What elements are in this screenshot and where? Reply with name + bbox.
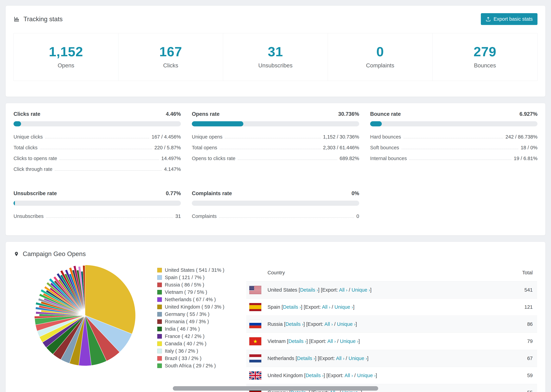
ru-flag-icon — [249, 320, 268, 328]
legend-label: United Kingdom ( 59 / 3% ) — [165, 304, 224, 310]
rate-row-label: Opens to clicks rate — [192, 156, 235, 161]
flag-cell — [249, 337, 268, 345]
dotted-leader — [40, 149, 152, 149]
export-icon — [486, 17, 491, 22]
progress-fill — [192, 121, 243, 126]
total-cell: 541 — [495, 287, 533, 293]
flag-cell — [249, 371, 268, 379]
dotted-leader — [219, 217, 354, 218]
export-all-link[interactable]: All › — [325, 321, 333, 327]
country-cell: Spain [Details ›] [Export: All › / Uniqu… — [268, 304, 495, 310]
progress-fill — [14, 121, 21, 126]
dotted-leader — [60, 160, 159, 160]
location-pin-icon — [14, 251, 19, 257]
export-unique-link[interactable]: Unique › — [337, 321, 356, 327]
export-unique-link[interactable]: Unique › — [357, 373, 376, 378]
legend-label: India ( 46 / 3% ) — [165, 326, 200, 332]
rate-row: Total clicks 220 / 5.87% — [14, 142, 181, 153]
total-cell: 55 — [495, 390, 533, 392]
rate-row: Unsubscribes 31 — [14, 211, 181, 222]
flag-cell — [249, 354, 268, 362]
chevron-right-icon: › — [346, 287, 347, 293]
dotted-leader — [46, 217, 173, 218]
legend-label: Spain ( 121 / 7% ) — [165, 275, 205, 280]
tracking-stats-title-row: Tracking stats — [14, 15, 63, 23]
export-basic-stats-button[interactable]: Export basic stats — [481, 13, 537, 25]
export-unique-link[interactable]: Unique › — [340, 338, 359, 344]
legend-item-france: France ( 42 / 2% ) — [157, 333, 224, 340]
opens-label: Opens — [14, 62, 118, 69]
progress-fill — [370, 121, 382, 126]
complaints-label: Complaints — [328, 62, 432, 69]
flag-cell — [249, 320, 268, 328]
unsubscribes-label: Unsubscribes — [223, 62, 328, 69]
rate-row: Opens to clicks rate 689.82% — [192, 153, 359, 164]
legend-swatch — [157, 319, 162, 324]
vn-flag-icon — [249, 337, 268, 345]
details-link[interactable]: Details › — [297, 356, 315, 361]
legend-label: Romania ( 49 / 3% ) — [165, 319, 209, 324]
total-header: Total — [495, 270, 533, 275]
rate-row-value: 31 — [175, 213, 181, 219]
details-link[interactable]: Details › — [283, 304, 301, 310]
legend-item-united-kingdom: United Kingdom ( 59 / 3% ) — [157, 303, 224, 311]
total-cell: 59 — [495, 373, 533, 378]
legend-item-romania: Romania ( 49 / 3% ) — [157, 318, 224, 325]
stat-box-bounces: 279 Bounces — [433, 33, 537, 81]
es-flag-icon — [249, 303, 268, 311]
country-cell: Netherlands [Details ›] [Export: All › /… — [268, 356, 495, 361]
progress-track — [192, 201, 359, 206]
chevron-right-icon: › — [317, 287, 318, 293]
chevron-right-icon: › — [313, 356, 315, 361]
rate-percentage: 6.927% — [520, 111, 537, 117]
export-all-link[interactable]: All › — [322, 304, 330, 310]
rate-row: Hard bounces 242 / 86.738% — [370, 132, 537, 142]
details-link[interactable]: Details › — [306, 373, 324, 378]
progress-track — [14, 201, 181, 206]
total-cell: 121 — [495, 304, 533, 310]
export-unique-link[interactable]: Unique › — [349, 356, 367, 361]
tracking-stats-header: Tracking stats Export basic stats — [14, 13, 537, 25]
legend-item-russia: Russia ( 86 / 5% ) — [157, 281, 224, 288]
rate-title: Unsubscribe rate — [14, 190, 57, 196]
geo-content: United States ( 541 / 31% ) Spain ( 121 … — [14, 264, 537, 392]
country-name: Russia — [268, 321, 283, 327]
details-link[interactable]: Details › — [300, 287, 318, 293]
rate-row: Total opens 2,303 / 61.446% — [192, 142, 359, 153]
total-cell: 67 — [495, 356, 533, 361]
export-unique-link[interactable]: Unique › — [335, 304, 353, 310]
country-name: Vietnam — [268, 338, 286, 344]
rate-row-label: Soft bounces — [370, 145, 399, 151]
rate-row-label: Click through rate — [14, 166, 52, 172]
legend-label: Canada ( 40 / 2% ) — [165, 341, 206, 347]
legend-swatch — [157, 349, 162, 353]
details-link[interactable]: Details › — [288, 338, 306, 344]
legend-item-canada: Canada ( 40 / 2% ) — [157, 340, 224, 347]
country-name: Spain — [268, 304, 280, 310]
rate-percentage: 4.46% — [166, 111, 181, 117]
dotted-leader — [238, 160, 337, 160]
legend-label: Germany ( 55 / 3% ) — [165, 311, 209, 317]
geo-table-row-russia: Russia [Details ›] [Export: All › / Uniq… — [246, 316, 537, 333]
export-unique-link[interactable]: Unique › — [352, 287, 370, 293]
rate-title: Bounce rate — [370, 111, 401, 117]
rate-rows: Unique opens 1,152 / 30.736% Total opens… — [192, 132, 359, 164]
export-all-link[interactable]: All › — [339, 287, 347, 293]
legend-swatch — [157, 356, 162, 361]
export-all-link[interactable]: All › — [345, 373, 353, 378]
rate-row-label: Internal bounces — [370, 156, 407, 161]
legend-swatch — [157, 290, 162, 294]
horizontal-scrollbar[interactable] — [173, 386, 378, 391]
country-name: United Kingdom — [268, 373, 303, 378]
export-all-link[interactable]: All › — [327, 338, 336, 344]
rate-row-value: 18 / 0% — [521, 145, 537, 151]
details-link[interactable]: Details › — [285, 321, 304, 327]
geo-opens-card: Campaign Geo Opens United States ( 541 /… — [6, 242, 545, 392]
chevron-right-icon: › — [352, 305, 353, 310]
legend-swatch — [157, 305, 162, 309]
rate-row: Soft bounces 18 / 0% — [370, 142, 537, 153]
rate-row-value: 19 / 6.81% — [514, 156, 537, 161]
summary-stats-row: 1,152 Opens 167 Clicks 31 Unsubscribes 0… — [14, 33, 537, 81]
export-all-link[interactable]: All › — [336, 356, 345, 361]
country-name: United States — [268, 287, 297, 293]
